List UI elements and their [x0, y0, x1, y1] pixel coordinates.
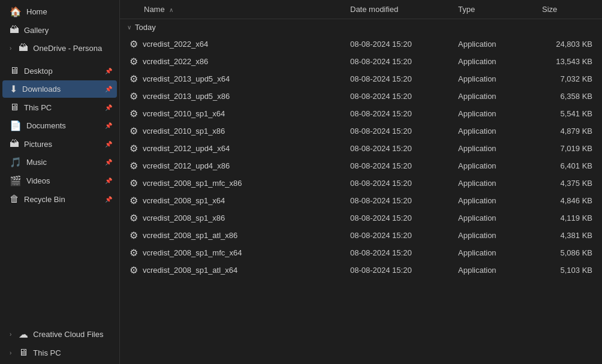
table-row[interactable]: ⚙ vcredist_2010_sp1_x64 08-08-2024 15:20… — [120, 105, 602, 122]
sidebar-item-label: OneDrive - Persona — [33, 44, 112, 53]
pin-icon: 📌 — [105, 196, 112, 203]
file-type: Application — [453, 247, 537, 258]
table-row[interactable]: ⚙ vcredist_2008_sp1_atl_x86 08-08-2024 1… — [120, 227, 602, 244]
pin-icon: 📌 — [105, 68, 112, 74]
file-table: Name ∧ Date modified Type Size ∨ Today ⚙… — [120, 0, 602, 364]
pin-icon: 📌 — [105, 178, 112, 184]
sidebar-item-thispc[interactable]: 🖥 This PC 📌 — [2, 99, 117, 116]
app-file-icon: ⚙ — [130, 230, 138, 241]
app-file-icon: ⚙ — [130, 56, 138, 67]
pin-icon: 📌 — [105, 122, 112, 129]
sidebar-item-creativecloud[interactable]: › ☁ Creative Cloud Files — [2, 326, 117, 343]
app-file-icon: ⚙ — [130, 178, 138, 189]
sidebar-item-desktop[interactable]: 🖥 Desktop 📌 — [2, 62, 117, 79]
sidebar-item-label: Music — [26, 158, 100, 167]
table-row[interactable]: ⚙ vcredist_2008_sp1_x86 08-08-2024 15:20… — [120, 209, 602, 227]
table-row[interactable]: ⚙ vcredist_2012_upd4_x64 08-08-2024 15:2… — [120, 140, 602, 157]
file-name: vcredist_2008_sp1_mfc_x86 — [143, 179, 242, 188]
sidebar-item-gallery[interactable]: 🏔 Gallery — [2, 22, 117, 38]
table-row[interactable]: ⚙ vcredist_2022_x86 08-08-2024 15:20 App… — [120, 53, 602, 70]
col-size[interactable]: Size — [537, 2, 597, 16]
col-name[interactable]: Name ∧ — [125, 2, 345, 16]
table-row[interactable]: ⚙ vcredist_2008_sp1_mfc_x64 08-08-2024 1… — [120, 244, 602, 261]
file-type: Application — [453, 38, 537, 50]
file-name: vcredist_2012_upd4_x64 — [143, 144, 230, 153]
file-size: 6,401 KB — [537, 160, 597, 172]
sidebar-item-music[interactable]: 🎵 Music 📌 — [2, 154, 117, 171]
col-date[interactable]: Date modified — [345, 2, 453, 16]
expand-icon: › — [10, 45, 11, 52]
pin-icon: 📌 — [105, 159, 112, 166]
table-row[interactable]: ⚙ vcredist_2010_sp1_x86 08-08-2024 15:20… — [120, 122, 602, 140]
app-file-icon: ⚙ — [130, 91, 138, 102]
app-file-icon: ⚙ — [130, 195, 138, 206]
file-type: Application — [453, 195, 537, 206]
file-name: vcredist_2008_sp1_x64 — [143, 196, 225, 205]
file-size: 7,019 KB — [537, 143, 597, 154]
sidebar-item-thispc2[interactable]: › 🖥 This PC — [2, 344, 117, 361]
sidebar-item-label: Documents — [26, 121, 100, 130]
sidebar-item-recyclebin[interactable]: 🗑 Recycle Bin 📌 — [2, 191, 117, 207]
file-name-cell: ⚙ vcredist_2013_upd5_x86 — [125, 89, 345, 103]
sidebar-item-label: Videos — [26, 176, 100, 185]
file-date: 08-08-2024 15:20 — [345, 91, 453, 102]
file-name-cell: ⚙ vcredist_2008_sp1_mfc_x86 — [125, 176, 345, 190]
file-size: 13,543 KB — [537, 56, 597, 67]
music-icon: 🎵 — [10, 157, 22, 168]
file-name-cell: ⚙ vcredist_2008_sp1_mfc_x64 — [125, 246, 345, 260]
group-label: Today — [135, 23, 156, 32]
main-content: Name ∧ Date modified Type Size ∨ Today ⚙… — [120, 0, 602, 364]
file-date: 08-08-2024 15:20 — [345, 247, 453, 258]
file-size: 24,803 KB — [537, 38, 597, 50]
sidebar-item-documents[interactable]: 📄 Documents 📌 — [2, 117, 117, 134]
sidebar-item-videos[interactable]: 🎬 Videos 📌 — [2, 172, 117, 189]
file-date: 08-08-2024 15:20 — [345, 212, 453, 224]
file-name-cell: ⚙ vcredist_2008_sp1_x86 — [125, 211, 345, 225]
file-size: 4,846 KB — [537, 195, 597, 206]
file-type: Application — [453, 212, 537, 224]
file-date: 08-08-2024 15:20 — [345, 160, 453, 172]
pin-icon: 📌 — [105, 86, 112, 92]
file-type: Application — [453, 160, 537, 172]
pin-icon: 📌 — [105, 141, 112, 148]
file-size: 4,381 KB — [537, 230, 597, 241]
sidebar-item-pictures[interactable]: 🏔 Pictures 📌 — [2, 136, 117, 152]
sidebar-item-home[interactable]: 🏠 Home — [2, 3, 117, 20]
col-type[interactable]: Type — [453, 2, 537, 16]
table-row[interactable]: ⚙ vcredist_2008_sp1_x64 08-08-2024 15:20… — [120, 192, 602, 209]
file-name-cell: ⚙ vcredist_2012_upd4_x64 — [125, 142, 345, 155]
sidebar-item-onedrive[interactable]: › 🏔 OneDrive - Persona — [2, 40, 117, 56]
app-file-icon: ⚙ — [130, 160, 138, 172]
sidebar-item-label: Recycle Bin — [24, 195, 100, 204]
file-name-cell: ⚙ vcredist_2012_upd4_x86 — [125, 159, 345, 173]
table-row[interactable]: ⚙ vcredist_2008_sp1_atl_x64 08-08-2024 1… — [120, 261, 602, 279]
table-row[interactable]: ⚙ vcredist_2012_upd4_x86 08-08-2024 15:2… — [120, 157, 602, 175]
file-name-cell: ⚙ vcredist_2008_sp1_atl_x64 — [125, 263, 345, 277]
file-date: 08-08-2024 15:20 — [345, 38, 453, 50]
table-row[interactable]: ⚙ vcredist_2022_x64 08-08-2024 15:20 App… — [120, 35, 602, 53]
sidebar-item-label: Downloads — [22, 85, 100, 94]
table-row[interactable]: ⚙ vcredist_2013_upd5_x64 08-08-2024 15:2… — [120, 70, 602, 88]
file-date: 08-08-2024 15:20 — [345, 125, 453, 137]
videos-icon: 🎬 — [10, 175, 22, 186]
group-header-today[interactable]: ∨ Today — [120, 19, 602, 35]
file-type: Application — [453, 73, 537, 85]
table-header: Name ∧ Date modified Type Size — [120, 0, 602, 19]
table-row[interactable]: ⚙ vcredist_2008_sp1_mfc_x86 08-08-2024 1… — [120, 175, 602, 192]
file-type: Application — [453, 91, 537, 102]
creativecloud-icon: ☁ — [19, 329, 28, 340]
table-row[interactable]: ⚙ vcredist_2013_upd5_x86 08-08-2024 15:2… — [120, 88, 602, 105]
recyclebin-icon: 🗑 — [10, 194, 19, 204]
file-name-cell: ⚙ vcredist_2008_sp1_atl_x86 — [125, 228, 345, 242]
file-name: vcredist_2022_x64 — [143, 40, 208, 49]
app-file-icon: ⚙ — [130, 212, 138, 224]
app-file-icon: ⚙ — [130, 125, 138, 137]
sidebar-item-downloads[interactable]: ⬇ Downloads 📌 — [2, 80, 117, 98]
app-file-icon: ⚙ — [130, 247, 138, 258]
file-type: Application — [453, 143, 537, 154]
sidebar-item-label: Gallery — [24, 26, 112, 35]
file-size: 5,086 KB — [537, 247, 597, 258]
file-name: vcredist_2010_sp1_x64 — [143, 109, 225, 118]
pictures-icon: 🏔 — [10, 139, 19, 149]
file-date: 08-08-2024 15:20 — [345, 143, 453, 154]
